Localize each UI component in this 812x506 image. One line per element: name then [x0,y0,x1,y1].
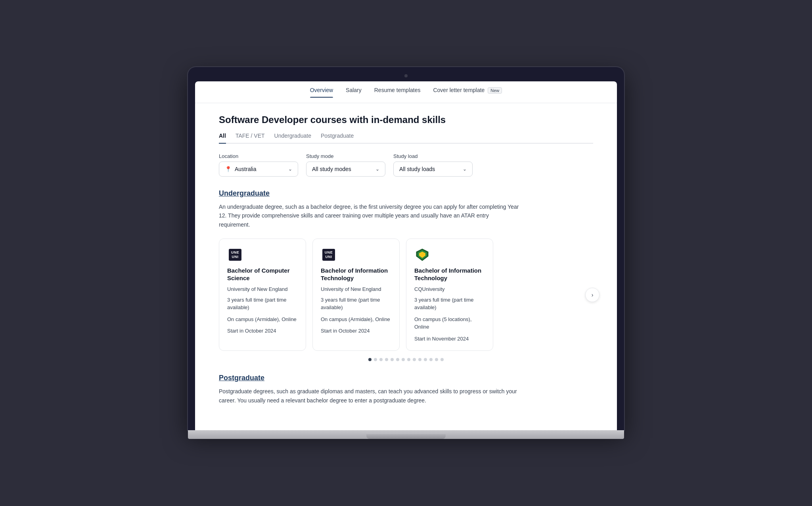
card-start: Start in October 2024 [227,327,298,335]
card-logo: UNEUNI [321,247,337,263]
study-load-dropdown[interactable]: All study loads ⌄ [393,162,473,177]
card-location: On campus (Armidale), Online [227,316,298,323]
card-title: Bachelor of Computer Science [227,267,298,282]
cards-container: UNEUNI Bachelor of Computer Science Univ… [219,239,593,351]
course-card[interactable]: Bachelor of Information Technology CQUni… [406,239,493,351]
page-title: Software Developer courses with in-deman… [219,114,593,125]
dot-13[interactable] [435,358,438,361]
study-mode-dropdown[interactable]: All study modes ⌄ [306,162,385,177]
location-value: Australia [235,166,285,172]
card-university: University of New England [321,286,391,292]
postgraduate-section: Postgraduate Postgraduate degrees, such … [219,374,593,405]
dot-3[interactable] [379,358,383,361]
laptop-foot [366,434,446,439]
undergraduate-section: Undergraduate An undergraduate degree, s… [219,189,593,362]
study-mode-label: Study mode [306,153,385,159]
course-tab-postgraduate[interactable]: Postgraduate [321,133,354,143]
study-mode-filter-group: Study mode All study modes ⌄ [306,153,385,177]
card-location: On campus (Armidale), Online [321,316,391,323]
location-filter-group: Location 📍 Australia ⌄ [219,153,298,177]
card-university: CQUniversity [414,286,485,292]
card-location: On campus (5 locations), Online [414,316,485,331]
dot-2[interactable] [374,358,377,361]
location-label: Location [219,153,298,159]
postgraduate-description: Postgraduate degrees, such as graduate d… [219,387,520,405]
tab-overview[interactable]: Overview [310,87,333,97]
course-tab-all[interactable]: All [219,133,226,143]
course-tab-tafe[interactable]: TAFE / VET [236,133,265,143]
study-mode-value: All study modes [312,166,372,172]
dot-9[interactable] [413,358,416,361]
tab-cover-letter-label: Cover letter template [433,87,485,93]
dot-4[interactable] [385,358,388,361]
course-card[interactable]: UNEUNI Bachelor of Computer Science Univ… [219,239,306,351]
card-duration: 3 years full time (part time available) [414,296,485,312]
card-start: Start in October 2024 [321,327,391,335]
card-start: Start in November 2024 [414,335,485,343]
study-load-label: Study load [393,153,473,159]
dot-8[interactable] [407,358,410,361]
dot-10[interactable] [418,358,421,361]
une-logo-2: UNEUNI [322,249,335,261]
new-badge: New [488,87,502,94]
dot-14[interactable] [440,358,444,361]
card-university: University of New England [227,286,298,292]
tab-cover-letter[interactable]: Cover letter template New [433,87,502,97]
study-load-value: All study loads [399,166,460,172]
undergraduate-description: An undergraduate degree, such as a bache… [219,202,520,229]
study-load-filter-group: Study load All study loads ⌄ [393,153,473,177]
location-chevron-icon: ⌄ [288,166,292,172]
dot-11[interactable] [424,358,427,361]
card-duration: 3 years full time (part time available) [227,296,298,312]
main-content: Software Developer courses with in-deman… [195,103,617,430]
filters-row: Location 📍 Australia ⌄ Study mode All st… [219,153,593,177]
dot-1[interactable] [368,358,372,361]
dot-6[interactable] [396,358,399,361]
tab-resume-templates[interactable]: Resume templates [374,87,421,97]
postgraduate-heading: Postgraduate [219,374,593,382]
une-logo: UNEUNI [229,249,242,261]
dot-12[interactable] [429,358,433,361]
location-dropdown[interactable]: 📍 Australia ⌄ [219,162,298,177]
course-type-tabs: All TAFE / VET Undergraduate Postgraduat… [219,133,593,144]
study-mode-chevron-icon: ⌄ [375,166,379,172]
laptop-frame: Overview Salary Resume templates Cover l… [188,67,624,439]
card-duration: 3 years full time (part time available) [321,296,391,312]
cards-row: UNEUNI Bachelor of Computer Science Univ… [219,239,593,351]
laptop-base [188,430,624,439]
cqu-shield-icon [415,248,429,262]
card-title: Bachelor of Information Technology [414,267,485,282]
card-title: Bachelor of Information Technology [321,267,391,282]
study-load-chevron-icon: ⌄ [463,166,467,172]
laptop-screen-border: Overview Salary Resume templates Cover l… [188,67,624,430]
card-logo [414,247,430,263]
laptop-camera [404,74,408,77]
dot-7[interactable] [402,358,405,361]
tab-salary[interactable]: Salary [346,87,362,97]
card-logo: UNEUNI [227,247,243,263]
dot-5[interactable] [391,358,394,361]
pin-icon: 📍 [225,166,232,172]
course-tab-undergraduate[interactable]: Undergraduate [274,133,311,143]
undergraduate-heading: Undergraduate [219,189,593,198]
carousel-next-button[interactable]: › [585,288,599,302]
nav-tabs: Overview Salary Resume templates Cover l… [195,81,617,103]
carousel-dots [219,358,593,361]
laptop-screen: Overview Salary Resume templates Cover l… [195,81,617,430]
course-card[interactable]: UNEUNI Bachelor of Information Technolog… [312,239,400,351]
